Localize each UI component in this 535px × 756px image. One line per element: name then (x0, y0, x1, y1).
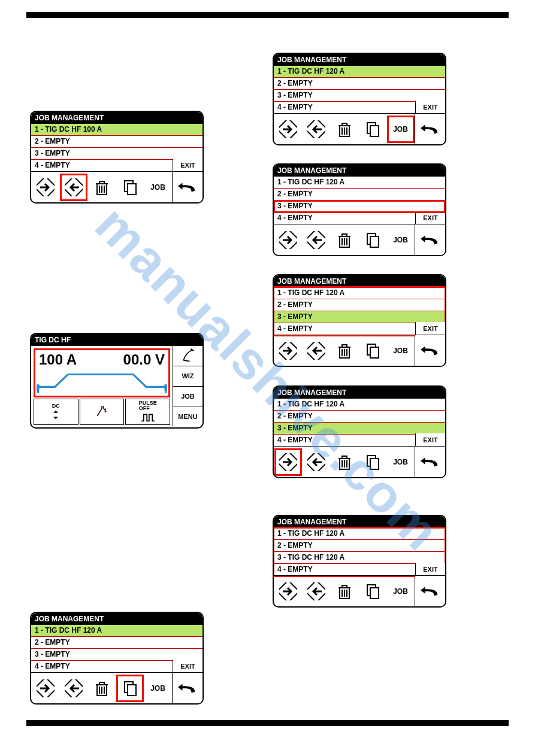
back-button[interactable] (415, 335, 445, 366)
delete-job-button[interactable] (333, 579, 356, 603)
job-row[interactable]: 2 - EMPTY (274, 299, 445, 311)
job-button[interactable]: JOB (389, 228, 413, 252)
amps-value: 100 A (39, 351, 77, 368)
exit-label: EXIT (173, 159, 202, 172)
torch-button[interactable] (173, 346, 202, 366)
copy-job-button[interactable] (361, 579, 385, 603)
panel-title: JOB MANAGEMENT (274, 54, 445, 66)
exit-label: EXIT (415, 563, 445, 576)
delete-job-button[interactable] (333, 117, 356, 141)
job-button[interactable]: JOB (389, 579, 413, 603)
job-row[interactable]: 1 - TIG DC HF 120 A (31, 625, 202, 637)
load-job-button[interactable] (34, 676, 58, 700)
save-job-button[interactable] (62, 676, 86, 700)
exit-label: EXIT (415, 433, 445, 447)
job-row[interactable]: 1 - TIG DC HF 120 A (274, 66, 445, 78)
footer-rule (26, 720, 509, 726)
job-row[interactable]: 1 - TIG DC HF 120 A (274, 177, 445, 189)
job-button[interactable]: JOB (389, 450, 413, 474)
copy-job-button[interactable] (361, 117, 385, 141)
copy-job-button[interactable] (118, 676, 142, 700)
save-job-button[interactable] (304, 228, 328, 252)
panel-title: JOB MANAGEMENT (31, 613, 202, 625)
job-row[interactable]: 2 - EMPTY (274, 540, 445, 552)
save-job-button[interactable] (304, 339, 328, 363)
dc-label: DC (52, 403, 60, 409)
panel-title: JOB MANAGEMENT (274, 165, 445, 177)
back-button[interactable] (415, 447, 445, 477)
job-row[interactable]: 3 - TIG DC HF 120 A (274, 552, 445, 564)
job-row[interactable]: 3 - EMPTY (31, 148, 202, 160)
delete-job-button[interactable] (333, 339, 356, 363)
save-job-button[interactable] (304, 117, 328, 141)
copy-job-button[interactable] (361, 228, 385, 252)
pulse-icon (140, 411, 156, 423)
save-job-button[interactable] (62, 175, 86, 199)
delete-job-button[interactable] (333, 228, 356, 252)
copy-job-button[interactable] (361, 339, 385, 363)
panel-title: JOB MANAGEMENT (274, 275, 445, 287)
job-row[interactable]: 3 - EMPTY (274, 311, 445, 323)
panel-title: JOB MANAGEMENT (274, 516, 445, 528)
delete-job-button[interactable] (90, 175, 114, 199)
job-row[interactable]: 1 - TIG DC HF 120 A (274, 399, 445, 411)
menu-button[interactable]: MENU (173, 406, 202, 426)
exit-label: EXIT (173, 660, 202, 673)
job-management-panel: JOB MANAGEMENT 1 - TIG DC HF 120 A 2 - E… (30, 612, 204, 705)
job-button[interactable]: JOB (389, 339, 413, 363)
exit-label: EXIT (415, 322, 445, 335)
job-button[interactable]: JOB (146, 676, 170, 700)
job-row[interactable]: 3 - EMPTY (274, 201, 445, 212)
job-row[interactable]: 2 - EMPTY (31, 637, 202, 649)
job-row[interactable]: 2 - EMPTY (274, 189, 445, 201)
dc-mode-button[interactable]: DC (34, 399, 78, 425)
job-row[interactable]: 1 - TIG DC HF 100 A (31, 124, 202, 136)
load-job-button[interactable] (276, 450, 300, 474)
welding-display: TIG DC HF 100 A 00.0 V DC PULSE OFF (30, 333, 204, 429)
save-job-button[interactable] (304, 450, 328, 474)
job-button[interactable]: JOB (173, 387, 202, 407)
exit-label: EXIT (415, 101, 445, 114)
copy-job-button[interactable] (361, 450, 385, 474)
back-button[interactable] (173, 172, 202, 202)
copy-job-button[interactable] (118, 175, 142, 199)
weld-readout[interactable]: 100 A 00.0 V (34, 348, 170, 397)
panel-title: JOB MANAGEMENT (31, 112, 202, 124)
save-job-button[interactable] (304, 579, 328, 603)
load-job-button[interactable] (276, 117, 300, 141)
job-button[interactable]: JOB (146, 175, 170, 199)
job-management-panel: JOB MANAGEMENT 1 - TIG DC HF 120 A 2 - E… (273, 274, 446, 367)
panel-title: JOB MANAGEMENT (274, 387, 445, 399)
back-button[interactable] (415, 576, 445, 606)
job-row[interactable]: 1 - TIG DC HF 120 A (274, 287, 445, 299)
torch-mode-button[interactable] (80, 399, 125, 425)
back-button[interactable] (415, 224, 445, 255)
load-job-button[interactable] (276, 228, 300, 252)
job-row[interactable]: 2 - EMPTY (274, 78, 445, 90)
job-row[interactable]: 3 - EMPTY (274, 423, 445, 435)
pulse-mode-button[interactable]: PULSE OFF (125, 399, 170, 425)
job-row[interactable]: 3 - EMPTY (31, 649, 202, 661)
job-management-panel: JOB MANAGEMENT 1 - TIG DC HF 120 A 2 - E… (273, 163, 446, 256)
weld-curve-icon (35, 368, 168, 396)
load-job-button[interactable] (276, 339, 300, 363)
job-row[interactable]: 2 - EMPTY (274, 411, 445, 423)
torch-icon (180, 348, 196, 363)
exit-label: EXIT (415, 211, 445, 224)
torch-mode-icon (94, 406, 110, 418)
job-row[interactable]: 3 - EMPTY (274, 90, 445, 102)
updown-icon (48, 409, 64, 421)
job-button[interactable]: JOB (389, 117, 413, 141)
job-management-panel: JOB MANAGEMENT 1 - TIG DC HF 120 A 2 - E… (273, 385, 446, 478)
delete-job-button[interactable] (90, 676, 114, 700)
back-button[interactable] (173, 673, 202, 703)
back-button[interactable] (415, 114, 445, 144)
wiz-button[interactable]: WIZ (173, 366, 202, 387)
job-row[interactable]: 2 - EMPTY (31, 136, 202, 148)
header-rule (26, 12, 509, 18)
weld-title: TIG DC HF (31, 334, 202, 346)
delete-job-button[interactable] (333, 450, 356, 474)
load-job-button[interactable] (276, 579, 300, 603)
job-row[interactable]: 1 - TIG DC HF 120 A (274, 528, 445, 540)
load-job-button[interactable] (34, 175, 58, 199)
